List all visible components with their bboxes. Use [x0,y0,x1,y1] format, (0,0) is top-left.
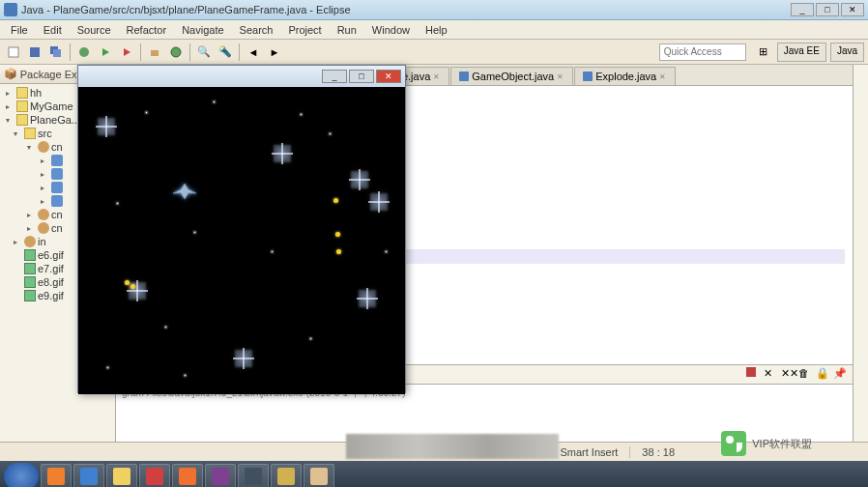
save-all-icon[interactable] [46,43,66,62]
game-maximize-button[interactable]: □ [349,70,374,83]
bullet-sprite [336,249,341,254]
new-package-icon[interactable] [145,43,164,62]
status-position: 38 : 18 [629,446,686,458]
svg-rect-9 [746,367,756,377]
svg-point-4 [79,47,89,57]
editor-tab[interactable]: Explode.java✕ [574,67,676,85]
taskbar-app-9[interactable] [304,464,334,488]
bullet-sprite [335,232,340,237]
taskbar-app-3[interactable] [106,464,137,488]
save-icon[interactable] [25,43,44,62]
new-class-icon[interactable] [166,43,186,62]
menu-run[interactable]: Run [331,22,363,38]
start-button[interactable] [4,463,39,488]
menu-edit[interactable]: Edit [37,22,69,38]
windows-taskbar[interactable] [0,461,868,487]
svg-marker-5 [102,48,109,56]
taskbar-app-8[interactable] [271,464,302,488]
menu-refactor[interactable]: Refactor [120,22,174,38]
remove-launch-icon[interactable]: ✕ [764,367,779,383]
game-canvas [78,87,405,394]
menu-project[interactable]: Project [281,22,328,38]
close-button[interactable]: ✕ [841,3,864,16]
new-icon[interactable] [4,43,23,62]
taskbar-app-5[interactable] [172,464,203,488]
menu-file[interactable]: File [4,22,35,38]
close-tab-icon[interactable]: ✕ [433,72,441,80]
maximize-button[interactable]: □ [816,3,839,16]
bullet-sprite [130,284,135,289]
clear-console-icon[interactable]: 🗑 [798,367,814,383]
eclipse-icon [4,3,17,16]
game-window[interactable]: _ □ ✕ [77,65,406,393]
taskbar-app-7[interactable] [238,464,269,488]
game-minimize-button[interactable]: _ [322,70,347,83]
scroll-lock-icon[interactable]: 🔒 [816,367,831,383]
menu-window[interactable]: Window [365,22,417,38]
taskbar-app-1[interactable] [41,464,72,488]
status-mode: Smart Insert [547,446,629,458]
search-icon[interactable]: 🔦 [216,43,235,62]
pin-console-icon[interactable]: 📌 [833,367,849,383]
debug-icon[interactable] [74,43,94,62]
wechat-icon [721,431,746,456]
menu-help[interactable]: Help [419,22,454,38]
run-last-icon[interactable] [117,43,136,62]
close-tab-icon[interactable]: ✕ [557,72,564,80]
game-close-button[interactable]: ✕ [376,70,401,83]
player-plane-sprite [171,182,198,201]
open-perspective-icon[interactable]: ⊞ [754,43,773,62]
watermark: VIP软件联盟 [721,431,812,456]
redacted-area [346,434,559,459]
bullet-sprite [125,280,130,285]
svg-rect-0 [9,47,18,57]
bullet-sprite [333,198,338,203]
close-tab-icon[interactable]: ✕ [659,72,667,80]
window-title: Java - PlaneGame/src/cn/bjsxt/plane/Plan… [21,4,791,15]
quick-access-input[interactable] [659,43,746,61]
run-icon[interactable] [96,43,115,62]
menu-navigate[interactable]: Navigate [175,22,230,38]
menu-source[interactable]: Source [71,22,118,38]
taskbar-app-2[interactable] [73,464,104,488]
editor-tab[interactable]: GameObject.java✕ [450,67,573,85]
svg-point-8 [171,47,181,57]
forward-icon[interactable]: ► [265,43,284,62]
perspective-javaee[interactable]: Java EE [777,43,826,62]
back-icon[interactable]: ◄ [244,43,263,62]
terminate-icon[interactable] [746,367,762,383]
outline-ruler [853,65,868,442]
taskbar-app-6[interactable] [205,464,236,488]
svg-rect-3 [53,49,61,57]
minimize-button[interactable]: _ [791,3,814,16]
svg-marker-6 [124,48,130,56]
taskbar-app-4[interactable] [139,464,170,488]
menu-search[interactable]: Search [233,22,280,38]
svg-rect-7 [151,50,159,56]
remove-all-icon[interactable]: ✕✕ [781,367,796,383]
open-type-icon[interactable]: 🔍 [194,43,214,62]
perspective-java[interactable]: Java [830,43,864,62]
svg-rect-1 [30,47,40,57]
